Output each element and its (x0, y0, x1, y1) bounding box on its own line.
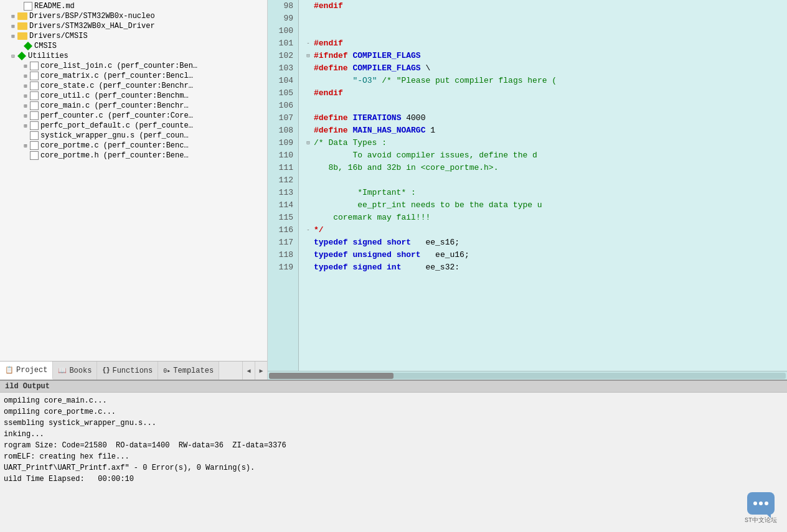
fold-icon-103[interactable] (304, 62, 313, 75)
tree-item-9[interactable]: ⊞core_util.c (perf_counter:Benchm… (0, 91, 267, 101)
folder-icon-1 (17, 12, 27, 20)
tree-item-3[interactable]: ⊞Drivers/CMSIS (0, 31, 267, 41)
line-num-110: 110 (273, 149, 293, 162)
scrollbar-thumb[interactable] (269, 373, 394, 379)
code-editor: 9899100101102103104105106107108109110111… (268, 0, 787, 380)
fold-icon-111[interactable] (304, 162, 313, 174)
file-icon-12 (30, 121, 39, 130)
fold-icon-102[interactable]: ⊟ (304, 50, 313, 62)
expand-icon-8[interactable]: ⊞ (21, 83, 30, 90)
code-line-114: ee_ptr_int needs to be the data type u (304, 199, 787, 212)
code-line-109: ⊟/* Data Types : (304, 137, 787, 149)
expand-icon-10[interactable]: ⊞ (21, 103, 30, 110)
build-line-4: rogram Size: Code=21580 RO-data=1400 RW-… (4, 440, 783, 451)
code-line-106 (304, 100, 787, 112)
functions-tab-label: Functions (112, 366, 153, 375)
tree-item-label-6: core_list_join.c (perf_counter:Ben… (40, 62, 197, 70)
fold-icon-116[interactable]: - (304, 224, 313, 236)
tab-project[interactable]: 📋 Project (0, 362, 53, 380)
fold-icon-98[interactable] (304, 0, 313, 12)
tab-books[interactable]: 📖 Books (53, 362, 97, 380)
tree-item-8[interactable]: ⊞core_state.c (perf_counter:Benchr… (0, 81, 267, 91)
fold-icon-113[interactable] (304, 187, 313, 199)
fold-icon-101[interactable]: - (304, 37, 313, 50)
code-line-content-103: #define COMPILER_FLAGS \ (314, 62, 787, 75)
expand-icon-7[interactable]: ⊞ (21, 73, 30, 80)
fold-icon-114[interactable] (304, 199, 313, 212)
expand-icon-2[interactable]: ⊞ (9, 23, 17, 30)
logo-dot-2 (759, 502, 763, 505)
expand-icon-12[interactable]: ⊞ (21, 123, 30, 129)
line-num-113: 113 (273, 187, 293, 199)
expand-icon-1[interactable]: ⊞ (9, 13, 17, 20)
tree-item-13[interactable]: systick_wrapper_gnu.s (perf_coun… (0, 131, 267, 141)
tree-item-15[interactable]: core_portme.h (perf_counter:Bene… (0, 151, 267, 161)
file-icon-13 (30, 131, 39, 140)
scroll-right-arrow[interactable]: ▶ (255, 362, 267, 380)
expand-icon-6[interactable]: ⊞ (21, 63, 30, 70)
fold-icon-106[interactable] (304, 100, 313, 112)
logo-bubble (747, 492, 775, 515)
line-num-115: 115 (273, 212, 293, 224)
tree-item-label-15: core_portme.h (perf_counter:Bene… (40, 151, 189, 160)
expand-icon-11[interactable]: ⊞ (21, 113, 30, 119)
line-num-102: 102 (273, 50, 293, 62)
file-tree-panel: README.md⊞Drivers/BSP/STM32WB0x-nucleo⊞D… (0, 0, 268, 380)
fold-icon-100[interactable] (304, 25, 313, 37)
line-num-100: 100 (273, 25, 293, 37)
tab-templates[interactable]: 0▸ Templates (158, 362, 219, 380)
build-output-title: ild Output (5, 382, 50, 391)
code-line-119: typedef signed int ee_s32: (304, 261, 787, 274)
code-line-102: ⊟#ifndef COMPILER_FLAGS (304, 50, 787, 62)
tree-item-label-0: README.md (34, 2, 75, 11)
fold-icon-109[interactable]: ⊟ (304, 137, 313, 149)
build-line-7: uild Time Elapsed: 00:00:10 (4, 474, 783, 485)
build-line-3: inking... (4, 429, 783, 440)
tree-item-12[interactable]: ⊞perfc_port_default.c (perf_counte… (0, 121, 267, 131)
build-line-2: ssembling systick_wrapper_gnu.s... (4, 418, 783, 429)
fold-icon-108[interactable] (304, 124, 313, 137)
expand-icon-9[interactable]: ⊞ (21, 93, 30, 100)
fold-icon-110[interactable] (304, 149, 313, 162)
expand-icon-14[interactable]: ⊞ (21, 142, 30, 149)
fold-icon-115[interactable] (304, 212, 313, 224)
fold-icon-119[interactable] (304, 261, 313, 274)
fold-icon-99[interactable] (304, 12, 313, 25)
tab-functions[interactable]: {} Functions (97, 362, 158, 380)
file-icon-10 (30, 101, 39, 110)
scrollbar-track (269, 373, 786, 379)
code-line-104: "-O3" /* "Please put compiler flags here… (304, 75, 787, 87)
fold-icon-117[interactable] (304, 236, 313, 249)
tree-item-11[interactable]: ⊞perf_counter.c (perf_counter:Core… (0, 111, 267, 121)
fold-icon-105[interactable] (304, 87, 313, 100)
tree-item-7[interactable]: ⊞core_matrix.c (perf_counter:Bencl… (0, 71, 267, 81)
tree-item-0[interactable]: README.md (0, 1, 267, 11)
tree-item-2[interactable]: ⊞Drivers/STM32WB0x_HAL_Driver (0, 21, 267, 31)
line-numbers: 9899100101102103104105106107108109110111… (268, 0, 299, 371)
expand-icon-5[interactable]: ⊟ (9, 53, 17, 60)
code-line-content-109: /* Data Types : (314, 137, 787, 149)
fold-icon-107[interactable] (304, 112, 313, 124)
scroll-left-arrow[interactable]: ◀ (242, 362, 255, 380)
tree-item-label-14: core_portme.c (perf_counter:Benc… (40, 141, 189, 150)
line-num-101: 101 (273, 37, 293, 50)
code-line-content-118: typedef unsigned short ee_u16; (314, 249, 787, 261)
tree-item-10[interactable]: ⊞core_main.c (perf_counter:Benchr… (0, 101, 267, 111)
expand-icon-3[interactable]: ⊞ (9, 33, 17, 40)
logo-text: ST中文论坛 (745, 516, 777, 525)
code-line-98: #endif (304, 0, 787, 12)
fold-icon-112[interactable] (304, 174, 313, 187)
fold-icon-104[interactable] (304, 75, 313, 87)
logo-dot-3 (765, 502, 768, 505)
tree-item-5[interactable]: ⊟Utilities (0, 51, 267, 61)
tree-item-1[interactable]: ⊞Drivers/BSP/STM32WB0x-nucleo (0, 11, 267, 21)
fold-icon-118[interactable] (304, 249, 313, 261)
tree-item-6[interactable]: ⊞core_list_join.c (perf_counter:Ben… (0, 61, 267, 71)
code-scrollbar[interactable] (268, 371, 787, 380)
line-num-105: 105 (273, 87, 293, 100)
code-line-content-98: #endif (314, 0, 787, 12)
tree-item-14[interactable]: ⊞core_portme.c (perf_counter:Benc… (0, 141, 267, 151)
file-tree-content[interactable]: README.md⊞Drivers/BSP/STM32WB0x-nucleo⊞D… (0, 0, 267, 361)
code-lines[interactable]: #endif -#endif⊟#ifndef COMPILER_FLAGS #d… (299, 0, 787, 371)
tree-item-4[interactable]: CMSIS (0, 41, 267, 51)
